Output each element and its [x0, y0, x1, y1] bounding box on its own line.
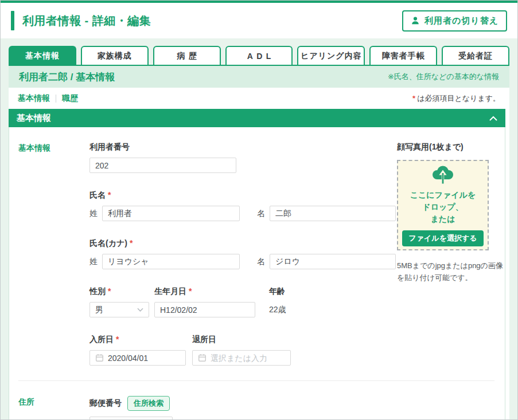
tab-beneficiary-certificate[interactable]: 受給者証 — [442, 46, 509, 65]
gender-select[interactable]: 男 — [89, 302, 149, 317]
tab-label: ヒアリング内容 — [301, 51, 362, 61]
calendar-icon — [198, 354, 207, 362]
admission-label: 入所日 * — [89, 335, 192, 345]
postal-code-input[interactable] — [89, 417, 173, 420]
required-star: * — [189, 286, 192, 296]
photo-label: 顔写真用(1枚まで) — [397, 142, 504, 152]
birthdate-label: 生年月日 * — [154, 286, 269, 297]
switch-user-button[interactable]: 利用者の切り替え — [402, 10, 507, 32]
section-header[interactable]: 基本情報 — [9, 109, 505, 127]
first-kana-prefix: 名 — [257, 257, 265, 267]
admission-date-field[interactable] — [108, 351, 180, 364]
required-fields-note: *は必須項目となります。 — [412, 93, 500, 104]
first-kana-input[interactable] — [270, 254, 396, 269]
required-star: * — [412, 94, 415, 103]
discharge-label: 退所日 — [192, 335, 216, 345]
last-kana-prefix: 姓 — [89, 257, 98, 267]
tab-label: 家族構成 — [98, 51, 132, 61]
chevron-up-icon[interactable] — [489, 116, 497, 121]
gender-value: 男 — [95, 305, 103, 315]
first-name-prefix: 名 — [257, 209, 265, 219]
kana-label: 氏名(カナ) * — [89, 238, 396, 249]
chevron-down-icon — [137, 308, 143, 312]
group-label-basic: 基本情報 — [18, 142, 89, 379]
last-kana-input[interactable] — [102, 254, 240, 269]
user-context-banner: 利用者二郎 / 基本情報 ※氏名、住所などの基本的な情報 — [9, 66, 509, 88]
tab-disability-certificate[interactable]: 障害者手帳 — [369, 46, 437, 65]
admission-date-input[interactable] — [89, 350, 186, 366]
tab-family[interactable]: 家族構成 — [81, 46, 149, 65]
required-star: * — [108, 190, 111, 199]
field-kana: 氏名(カナ) * 姓 名 — [89, 238, 396, 269]
basic-fields-column: 利用者番号 氏名 * 姓 名 — [89, 142, 396, 379]
postal-code-label: 郵便番号 — [89, 398, 122, 409]
field-user-number: 利用者番号 — [89, 142, 396, 173]
subnav-link-work-history[interactable]: 職歴 — [62, 93, 78, 104]
user-icon — [411, 16, 420, 25]
tab-label: 受給者証 — [458, 51, 493, 61]
switch-user-label: 利用者の切り替え — [424, 15, 498, 26]
discharge-date-field[interactable] — [211, 351, 285, 364]
name-label: 氏名 * — [89, 190, 396, 201]
tab-label: 障害者手帳 — [382, 51, 425, 61]
last-name-prefix: 姓 — [89, 209, 98, 219]
address-fields-column: 郵便番号 住所検索 住所 — [89, 396, 387, 420]
tab-medical-history[interactable]: 病歴 — [153, 46, 221, 65]
discharge-date-input[interactable] — [192, 350, 291, 366]
page-header: 利用者情報 - 詳細・編集 利用者の切り替え — [1, 3, 517, 38]
first-name-input[interactable] — [270, 206, 396, 221]
tab-hearing[interactable]: ヒアリング内容 — [297, 46, 365, 65]
required-star: * — [116, 335, 119, 344]
drop-instruction: ここにファイルを ドロップ、 または — [410, 189, 476, 225]
page-title: 利用者情報 - 詳細・編集 — [22, 13, 151, 29]
birthdate-input[interactable] — [154, 302, 255, 317]
section-body: 基本情報 利用者番号 氏名 * 姓 名 — [9, 127, 505, 420]
sub-navigation: 基本情報 職歴 *は必須項目となります。 — [9, 88, 509, 109]
photo-size-note: 5MBまでのjpgまたはpngの画像を貼り付け可能です。 — [397, 260, 503, 284]
section-divider — [18, 380, 494, 381]
subnav-link-basic-info[interactable]: 基本情報 — [18, 93, 50, 104]
user-number-input[interactable] — [89, 158, 236, 173]
required-star: * — [130, 238, 133, 248]
group-label-address: 住所 — [18, 396, 89, 420]
address-search-button[interactable]: 住所検索 — [127, 396, 170, 411]
app-window: 利用者情報 - 詳細・編集 利用者の切り替え 基本情報 家族構成 病歴 ADL … — [0, 0, 518, 420]
photo-upload-column: 顔写真用(1枚まで) — [396, 142, 504, 379]
required-star: * — [108, 286, 111, 296]
field-admission-discharge: 入所日 * 退所日 — [89, 335, 396, 366]
tab-bar: 基本情報 家族構成 病歴 ADL ヒアリング内容 障害者手帳 受給者証 — [9, 38, 509, 65]
required-note-text: は必須項目となります。 — [417, 94, 500, 103]
banner-note: ※氏名、住所などの基本的な情報 — [388, 72, 499, 82]
user-number-label: 利用者番号 — [89, 142, 396, 152]
banner-title: 利用者二郎 / 基本情報 — [19, 70, 115, 84]
tab-basic-info[interactable]: 基本情報 — [9, 46, 76, 65]
main-panel: 基本情報 職歴 *は必須項目となります。 基本情報 基本情報 — [9, 88, 509, 420]
age-value: 22歳 — [269, 305, 286, 315]
select-file-button[interactable]: ファイルを選択する — [402, 230, 483, 246]
calendar-icon — [95, 354, 104, 362]
tab-label: ADL — [247, 52, 275, 61]
age-label: 年齢 — [269, 286, 285, 297]
subnav-separator — [56, 95, 56, 103]
gender-label: 性別 * — [89, 286, 154, 297]
title-accent-bar — [11, 11, 14, 30]
cloud-upload-icon — [430, 164, 456, 185]
field-gender-birth-age: 性別 * 生年月日 * 年齢 男 — [89, 286, 396, 317]
tab-label: 病歴 — [177, 51, 200, 61]
basic-info-section: 基本情報 基本情報 利用者番号 — [9, 109, 505, 420]
tab-adl[interactable]: ADL — [225, 46, 293, 65]
section-title: 基本情報 — [17, 113, 51, 124]
field-postal-code: 郵便番号 住所検索 — [89, 396, 387, 420]
field-name: 氏名 * 姓 名 — [89, 190, 396, 221]
last-name-input[interactable] — [102, 206, 240, 221]
tab-label: 基本情報 — [25, 51, 60, 61]
photo-dropzone[interactable]: ここにファイルを ドロップ、 または ファイルを選択する — [397, 160, 489, 250]
